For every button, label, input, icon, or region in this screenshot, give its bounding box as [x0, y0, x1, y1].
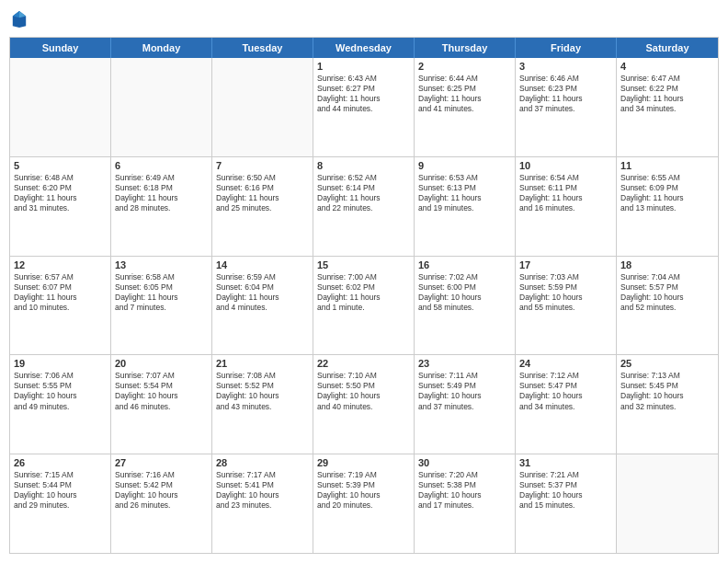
week-row-2: 5Sunrise: 6:48 AM Sunset: 6:20 PM Daylig…: [10, 157, 718, 257]
cal-cell: 9Sunrise: 6:53 AM Sunset: 6:13 PM Daylig…: [415, 157, 516, 256]
day-number: 24: [519, 358, 612, 369]
cell-info: Sunrise: 7:00 AM Sunset: 6:02 PM Dayligh…: [317, 272, 410, 313]
day-number: 29: [317, 457, 410, 468]
week-row-4: 19Sunrise: 7:06 AM Sunset: 5:55 PM Dayli…: [10, 355, 718, 454]
cell-info: Sunrise: 7:12 AM Sunset: 5:47 PM Dayligh…: [519, 371, 612, 411]
cell-info: Sunrise: 6:44 AM Sunset: 6:25 PM Dayligh…: [418, 74, 511, 114]
calendar-header-row: SundayMondayTuesdayWednesdayThursdayFrid…: [10, 38, 718, 58]
weekday-header-monday: Monday: [111, 38, 212, 58]
cell-info: Sunrise: 7:02 AM Sunset: 6:00 PM Dayligh…: [418, 272, 511, 313]
day-number: 3: [519, 61, 612, 72]
cal-cell: 28Sunrise: 7:17 AM Sunset: 5:41 PM Dayli…: [212, 454, 313, 553]
cell-info: Sunrise: 6:48 AM Sunset: 6:20 PM Dayligh…: [14, 173, 107, 213]
cell-info: Sunrise: 6:54 AM Sunset: 6:11 PM Dayligh…: [519, 173, 612, 213]
cal-cell: 5Sunrise: 6:48 AM Sunset: 6:20 PM Daylig…: [10, 157, 111, 256]
cell-info: Sunrise: 7:11 AM Sunset: 5:49 PM Dayligh…: [418, 371, 511, 411]
day-number: 15: [317, 259, 410, 270]
calendar-body: 1Sunrise: 6:43 AM Sunset: 6:27 PM Daylig…: [10, 58, 718, 553]
cal-cell: 21Sunrise: 7:08 AM Sunset: 5:52 PM Dayli…: [212, 355, 313, 454]
cal-cell: 31Sunrise: 7:21 AM Sunset: 5:37 PM Dayli…: [516, 454, 617, 553]
day-number: 1: [317, 61, 410, 72]
cal-cell: 22Sunrise: 7:10 AM Sunset: 5:50 PM Dayli…: [313, 355, 415, 454]
cal-cell: 30Sunrise: 7:20 AM Sunset: 5:38 PM Dayli…: [415, 454, 516, 553]
cal-cell: 1Sunrise: 6:43 AM Sunset: 6:27 PM Daylig…: [313, 58, 415, 156]
cell-info: Sunrise: 7:20 AM Sunset: 5:38 PM Dayligh…: [418, 470, 511, 511]
day-number: 8: [317, 160, 410, 171]
cal-cell: 2Sunrise: 6:44 AM Sunset: 6:25 PM Daylig…: [415, 58, 516, 156]
cal-cell: 3Sunrise: 6:46 AM Sunset: 6:23 PM Daylig…: [516, 58, 617, 156]
day-number: 27: [115, 457, 208, 468]
day-number: 18: [620, 259, 714, 270]
day-number: 6: [115, 160, 208, 171]
day-number: 11: [620, 160, 714, 171]
day-number: 13: [115, 259, 208, 270]
cal-cell: 10Sunrise: 6:54 AM Sunset: 6:11 PM Dayli…: [516, 157, 617, 256]
cell-info: Sunrise: 7:07 AM Sunset: 5:54 PM Dayligh…: [115, 371, 208, 411]
day-number: 30: [418, 457, 511, 468]
cal-cell: 17Sunrise: 7:03 AM Sunset: 5:59 PM Dayli…: [516, 257, 617, 355]
day-number: 10: [519, 160, 612, 171]
header: [9, 9, 719, 29]
cal-cell: 26Sunrise: 7:15 AM Sunset: 5:44 PM Dayli…: [10, 454, 111, 553]
cal-cell: 27Sunrise: 7:16 AM Sunset: 5:42 PM Dayli…: [111, 454, 212, 553]
day-number: 12: [14, 259, 107, 270]
day-number: 20: [115, 358, 208, 369]
cell-info: Sunrise: 7:03 AM Sunset: 5:59 PM Dayligh…: [519, 272, 612, 313]
cell-info: Sunrise: 7:06 AM Sunset: 5:55 PM Dayligh…: [14, 371, 107, 411]
weekday-header-wednesday: Wednesday: [313, 38, 415, 58]
day-number: 25: [620, 358, 714, 369]
calendar: SundayMondayTuesdayWednesdayThursdayFrid…: [9, 37, 719, 554]
cell-info: Sunrise: 7:15 AM Sunset: 5:44 PM Dayligh…: [14, 470, 107, 511]
day-number: 21: [216, 358, 309, 369]
weekday-header-thursday: Thursday: [415, 38, 516, 58]
cal-cell: 13Sunrise: 6:58 AM Sunset: 6:05 PM Dayli…: [111, 257, 212, 355]
cal-cell: 15Sunrise: 7:00 AM Sunset: 6:02 PM Dayli…: [313, 257, 415, 355]
cell-info: Sunrise: 7:13 AM Sunset: 5:45 PM Dayligh…: [620, 371, 714, 411]
cell-info: Sunrise: 7:10 AM Sunset: 5:50 PM Dayligh…: [317, 371, 410, 411]
cell-info: Sunrise: 6:58 AM Sunset: 6:05 PM Dayligh…: [115, 272, 208, 313]
cal-cell: 29Sunrise: 7:19 AM Sunset: 5:39 PM Dayli…: [313, 454, 415, 553]
day-number: 14: [216, 259, 309, 270]
cal-cell: 25Sunrise: 7:13 AM Sunset: 5:45 PM Dayli…: [617, 355, 718, 454]
cal-cell: [212, 58, 313, 156]
cell-info: Sunrise: 7:04 AM Sunset: 5:57 PM Dayligh…: [620, 272, 714, 313]
cell-info: Sunrise: 6:57 AM Sunset: 6:07 PM Dayligh…: [14, 272, 107, 313]
cal-cell: 4Sunrise: 6:47 AM Sunset: 6:22 PM Daylig…: [617, 58, 718, 156]
cell-info: Sunrise: 7:21 AM Sunset: 5:37 PM Dayligh…: [519, 470, 612, 511]
day-number: 28: [216, 457, 309, 468]
cal-cell: 24Sunrise: 7:12 AM Sunset: 5:47 PM Dayli…: [516, 355, 617, 454]
cell-info: Sunrise: 6:49 AM Sunset: 6:18 PM Dayligh…: [115, 173, 208, 213]
cal-cell: [617, 454, 718, 553]
cal-cell: 6Sunrise: 6:49 AM Sunset: 6:18 PM Daylig…: [111, 157, 212, 256]
cal-cell: 18Sunrise: 7:04 AM Sunset: 5:57 PM Dayli…: [617, 257, 718, 355]
cell-info: Sunrise: 7:16 AM Sunset: 5:42 PM Dayligh…: [115, 470, 208, 511]
cal-cell: 7Sunrise: 6:50 AM Sunset: 6:16 PM Daylig…: [212, 157, 313, 256]
cell-info: Sunrise: 6:47 AM Sunset: 6:22 PM Dayligh…: [620, 74, 714, 114]
week-row-3: 12Sunrise: 6:57 AM Sunset: 6:07 PM Dayli…: [10, 257, 718, 356]
cell-info: Sunrise: 7:17 AM Sunset: 5:41 PM Dayligh…: [216, 470, 309, 511]
day-number: 17: [519, 259, 612, 270]
cal-cell: 11Sunrise: 6:55 AM Sunset: 6:09 PM Dayli…: [617, 157, 718, 256]
cal-cell: 8Sunrise: 6:52 AM Sunset: 6:14 PM Daylig…: [313, 157, 415, 256]
cal-cell: 14Sunrise: 6:59 AM Sunset: 6:04 PM Dayli…: [212, 257, 313, 355]
cell-info: Sunrise: 6:50 AM Sunset: 6:16 PM Dayligh…: [216, 173, 309, 213]
day-number: 22: [317, 358, 410, 369]
weekday-header-saturday: Saturday: [617, 38, 718, 58]
weekday-header-sunday: Sunday: [10, 38, 111, 58]
day-number: 5: [14, 160, 107, 171]
week-row-1: 1Sunrise: 6:43 AM Sunset: 6:27 PM Daylig…: [10, 58, 718, 157]
cal-cell: 16Sunrise: 7:02 AM Sunset: 6:00 PM Dayli…: [415, 257, 516, 355]
cell-info: Sunrise: 6:53 AM Sunset: 6:13 PM Dayligh…: [418, 173, 511, 213]
day-number: 7: [216, 160, 309, 171]
cell-info: Sunrise: 7:08 AM Sunset: 5:52 PM Dayligh…: [216, 371, 309, 411]
logo: [9, 9, 29, 29]
day-number: 31: [519, 457, 612, 468]
cal-cell: 12Sunrise: 6:57 AM Sunset: 6:07 PM Dayli…: [10, 257, 111, 355]
cell-info: Sunrise: 6:43 AM Sunset: 6:27 PM Dayligh…: [317, 74, 410, 114]
page: SundayMondayTuesdayWednesdayThursdayFrid…: [0, 0, 728, 563]
cal-cell: 23Sunrise: 7:11 AM Sunset: 5:49 PM Dayli…: [415, 355, 516, 454]
day-number: 2: [418, 61, 511, 72]
day-number: 16: [418, 259, 511, 270]
cal-cell: 20Sunrise: 7:07 AM Sunset: 5:54 PM Dayli…: [111, 355, 212, 454]
weekday-header-tuesday: Tuesday: [212, 38, 313, 58]
